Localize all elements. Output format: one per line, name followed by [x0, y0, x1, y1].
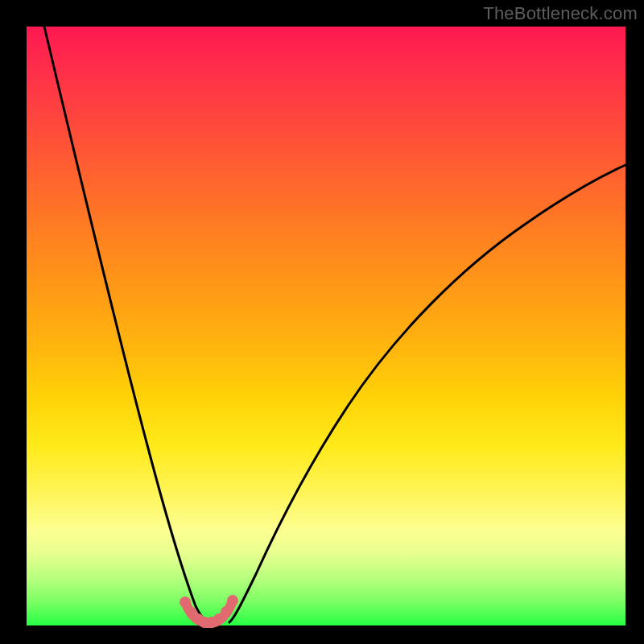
right-curve: [229, 165, 625, 622]
left-curve: [44, 27, 208, 622]
svg-point-6: [221, 606, 232, 617]
curve-layer: [27, 27, 625, 625]
watermark-text: TheBottleneck.com: [483, 3, 638, 24]
chart-frame: TheBottleneck.com: [0, 0, 644, 644]
svg-point-7: [227, 595, 238, 606]
svg-point-0: [180, 597, 191, 608]
